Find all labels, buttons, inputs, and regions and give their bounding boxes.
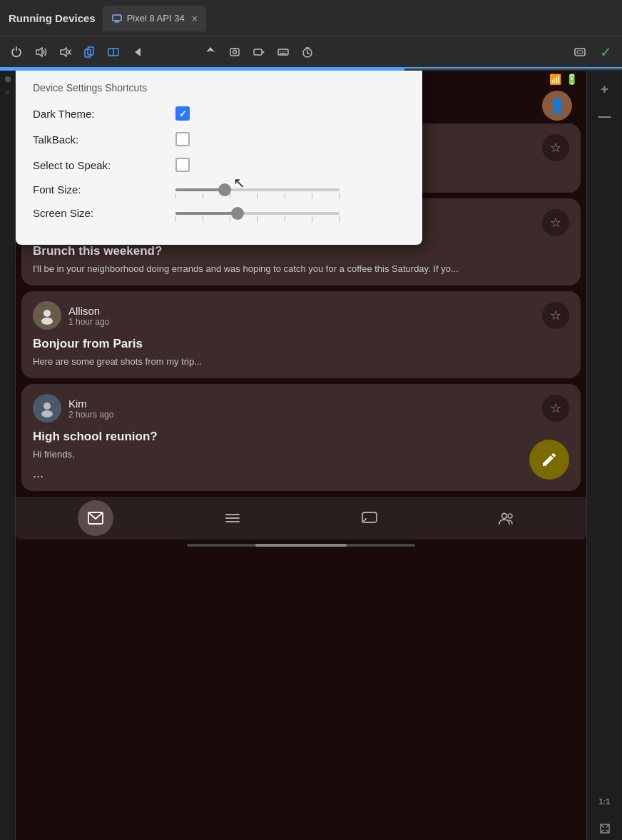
svg-rect-17 <box>278 49 288 55</box>
tab-close-btn[interactable]: × <box>192 13 198 24</box>
toolbar: ✓ <box>0 37 622 69</box>
phone-bottom-nav <box>16 497 586 540</box>
volume-mute-btn[interactable] <box>54 41 76 63</box>
allison-time: 1 hour ago <box>68 317 542 327</box>
kim-star-btn[interactable]: ☆ <box>542 395 569 422</box>
home-btn[interactable] <box>151 41 173 63</box>
screen-record-btn[interactable] <box>248 41 270 63</box>
settings-overlay: Device Settings Shortcuts Dark Theme: Ta… <box>16 71 422 245</box>
allison-sender-name: Allison <box>68 305 542 317</box>
top-bar: Running Devices Pixel 8 API 34 × <box>0 0 622 37</box>
power-btn[interactable] <box>6 41 27 63</box>
svg-rect-0 <box>113 15 121 21</box>
screen-fit-btn[interactable] <box>593 817 616 840</box>
kim-preview: Hi friends, <box>33 448 569 461</box>
device-tab[interactable]: Pixel 8 API 34 × <box>103 6 206 31</box>
svg-point-31 <box>41 318 53 325</box>
toolbar-right: ✓ <box>569 41 616 63</box>
svg-marker-3 <box>61 48 66 56</box>
main-area: S Device Settings Shortcuts Dark Theme: … <box>0 71 622 840</box>
recents-btn[interactable] <box>175 41 197 63</box>
check-btn[interactable]: ✓ <box>595 41 616 63</box>
first-card-star-btn[interactable]: ☆ <box>542 134 569 161</box>
svg-marker-2 <box>36 48 42 56</box>
font-size-control <box>175 188 340 191</box>
nav-chat-btn[interactable] <box>352 500 387 536</box>
allison-avatar <box>33 301 61 330</box>
font-size-slider-container[interactable] <box>175 188 340 191</box>
screen-size-slider-track[interactable] <box>175 212 340 215</box>
font-size-label: Font Size: <box>33 183 175 196</box>
left-sidebar: S <box>0 71 16 840</box>
font-size-ticks <box>175 193 340 198</box>
svg-point-32 <box>44 403 51 410</box>
svg-rect-27 <box>577 51 583 54</box>
minus-zoom-btn[interactable]: — <box>593 105 616 128</box>
phone-scrollbar-fill <box>255 544 347 547</box>
ali-star-btn[interactable]: ☆ <box>542 209 569 236</box>
svg-point-40 <box>508 514 512 518</box>
svg-rect-26 <box>575 49 585 56</box>
device-tab-label: Pixel 8 API 34 <box>127 13 185 24</box>
font-size-slider-track[interactable] <box>175 188 340 191</box>
select-speak-checkbox[interactable] <box>175 158 190 172</box>
svg-rect-14 <box>233 48 236 49</box>
svg-point-13 <box>233 51 237 54</box>
ali-subject: Brunch this weekend? <box>33 244 569 258</box>
fold-btn[interactable] <box>103 41 124 63</box>
svg-point-30 <box>44 310 51 317</box>
svg-rect-12 <box>230 49 239 56</box>
battery-icon: 🔋 <box>566 74 578 85</box>
volume-up-btn[interactable] <box>30 41 51 63</box>
svg-marker-16 <box>262 51 265 54</box>
font-size-row: Font Size: <box>33 183 405 196</box>
dark-theme-row: Dark Theme: <box>33 106 405 121</box>
font-size-slider-fill <box>175 188 225 191</box>
keyboard-btn[interactable] <box>272 41 294 63</box>
dark-theme-checkbox[interactable] <box>175 106 190 121</box>
compose-fab[interactable] <box>529 440 569 480</box>
svg-marker-10 <box>135 48 141 56</box>
profile-avatar[interactable]: 👤 <box>542 91 572 121</box>
settings-overlay-title: Device Settings Shortcuts <box>33 82 405 93</box>
center-content: Device Settings Shortcuts Dark Theme: Ta… <box>16 71 586 840</box>
screenshot-btn[interactable] <box>224 41 245 63</box>
kim-ellipsis: ... <box>33 466 569 481</box>
app-title: Running Devices <box>6 12 103 24</box>
svg-line-24 <box>307 53 310 54</box>
allison-card: Allison 1 hour ago ☆ Bonjour from Paris … <box>21 291 581 378</box>
allison-subject: Bonjour from Paris <box>33 337 569 351</box>
ratio-text: 1:1 <box>599 797 611 806</box>
device-tab-icon <box>111 13 123 24</box>
svg-rect-1 <box>115 21 119 23</box>
nav-mail-btn[interactable] <box>78 500 113 536</box>
select-speak-row: Select to Speak: <box>33 158 405 172</box>
dark-theme-control <box>175 106 190 121</box>
kim-sender-name: Kim <box>68 398 542 410</box>
nav-list-btn[interactable] <box>215 500 250 536</box>
kim-card-header: Kim 2 hours ago ☆ <box>33 394 569 422</box>
svg-point-33 <box>41 410 53 418</box>
add-zoom-btn[interactable]: + <box>593 78 616 101</box>
ratio-label[interactable]: 1:1 <box>593 790 616 813</box>
talkback-checkbox[interactable] <box>175 132 190 146</box>
rotate-btn[interactable] <box>78 41 100 63</box>
allison-star-btn[interactable]: ☆ <box>542 302 569 329</box>
nav-contacts-btn[interactable] <box>489 500 524 536</box>
kim-time: 2 hours ago <box>68 410 542 420</box>
virtual-scene-btn[interactable] <box>569 41 591 63</box>
sidebar-label: S <box>4 91 11 94</box>
screen-size-control <box>175 212 340 215</box>
sidebar-indicator <box>5 76 11 82</box>
screen-size-slider-container[interactable] <box>175 212 340 215</box>
timer-btn[interactable] <box>297 41 318 63</box>
back-btn[interactable] <box>127 41 148 63</box>
wifi-icon: 📶 <box>549 74 561 85</box>
talkback-label: TalkBack: <box>33 133 175 146</box>
kim-subject: High school reunion? <box>33 430 569 444</box>
right-sidebar: + — 1:1 <box>586 71 622 840</box>
allison-card-header: Allison 1 hour ago ☆ <box>33 301 569 330</box>
select-speak-control <box>175 158 190 172</box>
svg-marker-11 <box>206 47 215 52</box>
location-btn[interactable] <box>200 41 221 63</box>
